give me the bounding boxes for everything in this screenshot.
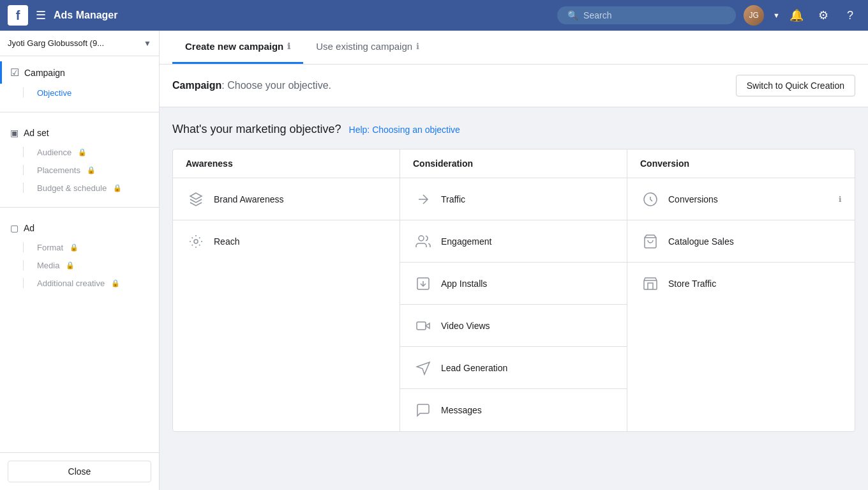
ad-icon: ▢ — [10, 223, 19, 233]
conversion-column: Conversions ℹ — [627, 178, 855, 431]
campaign-header: Campaign: Choose your objective. Switch … — [160, 65, 868, 107]
app-installs-label: App Installs — [441, 279, 487, 289]
tree-connector — [23, 147, 31, 157]
brand-awareness-label: Brand Awareness — [214, 194, 283, 204]
search-bar[interactable]: 🔍 — [557, 6, 736, 24]
sidebar-bottom: Close — [0, 452, 159, 490]
store-traffic-icon — [640, 273, 661, 294]
awareness-column: Brand Awareness Reach — [173, 178, 400, 431]
conversions-info-icon[interactable]: ℹ — [839, 195, 842, 204]
lock-icon: 🔒 — [78, 148, 87, 157]
catalogue-sales-label: Catalogue Sales — [668, 236, 734, 247]
svg-point-1 — [419, 236, 424, 241]
use-existing-label: Use existing campaign — [316, 41, 412, 52]
objective-item-reach[interactable]: Reach — [173, 220, 400, 263]
nav-right: JG ▼ 🔔 ⚙ ? — [744, 5, 860, 26]
close-button[interactable]: Close — [8, 461, 151, 482]
account-name: Jyoti Garg Globussoft (9... — [8, 38, 138, 48]
adset-section: ▣ Ad set Audience 🔒 Placements 🔒 Budget … — [0, 118, 159, 202]
engagement-label: Engagement — [441, 236, 491, 247]
video-views-label: Video Views — [441, 321, 490, 331]
objective-title-row: What's your marketing objective? Help: C… — [172, 123, 855, 136]
search-input[interactable] — [583, 10, 724, 20]
chevron-down-icon: ▼ — [144, 39, 151, 48]
tab-create-new-campaign[interactable]: Create new campaign ℹ — [172, 31, 303, 64]
objective-item-conversions[interactable]: Conversions ℹ — [627, 178, 855, 220]
additional-creative-label: Additional creative — [37, 279, 105, 288]
account-selector[interactable]: Jyoti Garg Globussoft (9... ▼ — [0, 31, 159, 56]
sidebar-item-budget[interactable]: Budget & schedule 🔒 — [0, 179, 159, 197]
traffic-label: Traffic — [441, 194, 465, 204]
tree-connector — [23, 183, 31, 193]
col-header-conversion: Conversion — [627, 149, 855, 178]
svg-rect-3 — [417, 322, 426, 330]
lock-icon: 🔒 — [70, 243, 79, 252]
sidebar-item-additional-creative[interactable]: Additional creative 🔒 — [0, 274, 159, 292]
tab-use-existing-campaign[interactable]: Use existing campaign ℹ — [303, 31, 432, 64]
sidebar-item-placements[interactable]: Placements 🔒 — [0, 161, 159, 179]
conversions-label: Conversions — [668, 194, 718, 204]
objective-item-lead-generation[interactable]: Lead Generation — [400, 347, 627, 389]
grid-header: Awareness Consideration Conversion — [173, 149, 855, 178]
messages-icon — [413, 400, 433, 420]
video-views-icon — [413, 316, 433, 336]
campaign-nav-wrapper: ☑ Campaign — [0, 61, 159, 84]
campaign-tabs-container: Create new campaign ℹ Use existing campa… — [160, 31, 868, 65]
app-title: Ads Manager — [54, 10, 550, 21]
objective-item-brand-awareness[interactable]: Brand Awareness — [173, 178, 400, 220]
help-icon[interactable]: ? — [840, 5, 860, 26]
bell-icon[interactable]: 🔔 — [786, 5, 807, 26]
avatar-initials: JG — [744, 5, 764, 26]
tree-connector — [23, 165, 31, 175]
messages-label: Messages — [441, 405, 482, 415]
user-dropdown[interactable]: ▼ — [770, 11, 780, 19]
search-icon: 🔍 — [567, 10, 578, 20]
sidebar-item-ad[interactable]: ▢ Ad — [0, 218, 159, 238]
campaign-section: ☑ Campaign Objective — [0, 56, 159, 107]
sidebar-item-campaign[interactable]: ☑ Campaign — [0, 61, 159, 84]
campaign-icon: ☑ — [10, 66, 19, 79]
quick-creation-button[interactable]: Switch to Quick Creation — [736, 75, 855, 96]
objective-label: Objective — [37, 88, 71, 98]
objective-item-store-traffic[interactable]: Store Traffic — [627, 263, 855, 305]
section-divider-2 — [0, 207, 159, 208]
traffic-icon — [413, 189, 433, 210]
engagement-icon — [413, 231, 433, 252]
objective-item-traffic[interactable]: Traffic — [400, 178, 627, 220]
svg-point-0 — [194, 240, 198, 243]
sidebar-item-adset[interactable]: ▣ Ad set — [0, 123, 159, 143]
help-choosing-objective-link[interactable]: Help: Choosing an objective — [349, 125, 460, 135]
sidebar: Jyoti Garg Globussoft (9... ▼ ☑ Campaign… — [0, 31, 160, 490]
brand-awareness-icon — [186, 189, 206, 210]
sidebar-item-audience[interactable]: Audience 🔒 — [0, 143, 159, 161]
col-header-consideration: Consideration — [400, 149, 627, 178]
objective-item-messages[interactable]: Messages — [400, 389, 627, 431]
campaign-label: Campaign — [24, 68, 65, 78]
settings-icon[interactable]: ⚙ — [813, 5, 834, 26]
consideration-column: Traffic — [400, 178, 627, 431]
avatar[interactable]: JG — [744, 5, 764, 26]
objective-item-app-installs[interactable]: App Installs — [400, 263, 627, 305]
grid-body: Brand Awareness Reach — [173, 178, 855, 431]
adset-icon: ▣ — [10, 128, 19, 138]
hamburger-menu-icon[interactable]: ☰ — [36, 8, 46, 22]
tree-connector — [23, 278, 31, 288]
objective-item-catalogue-sales[interactable]: Catalogue Sales — [627, 220, 855, 263]
audience-label: Audience — [37, 148, 71, 157]
adset-label: Ad set — [24, 128, 49, 138]
catalogue-sales-icon — [640, 231, 661, 252]
sidebar-item-media[interactable]: Media 🔒 — [0, 256, 159, 274]
create-campaign-info-icon: ℹ — [287, 42, 290, 51]
main-content: Create new campaign ℹ Use existing campa… — [160, 31, 868, 490]
lock-icon: 🔒 — [111, 279, 120, 287]
lead-generation-label: Lead Generation — [441, 363, 507, 373]
sidebar-item-objective[interactable]: Objective — [0, 84, 159, 102]
campaign-title: Campaign: Choose your objective. — [172, 80, 331, 91]
objective-item-engagement[interactable]: Engagement — [400, 220, 627, 263]
media-label: Media — [37, 261, 59, 270]
section-divider-1 — [0, 112, 159, 112]
objective-item-video-views[interactable]: Video Views — [400, 305, 627, 347]
ad-section: ▢ Ad Format 🔒 Media 🔒 Additional creativ… — [0, 213, 159, 297]
app-installs-icon — [413, 273, 433, 294]
sidebar-item-format[interactable]: Format 🔒 — [0, 238, 159, 256]
